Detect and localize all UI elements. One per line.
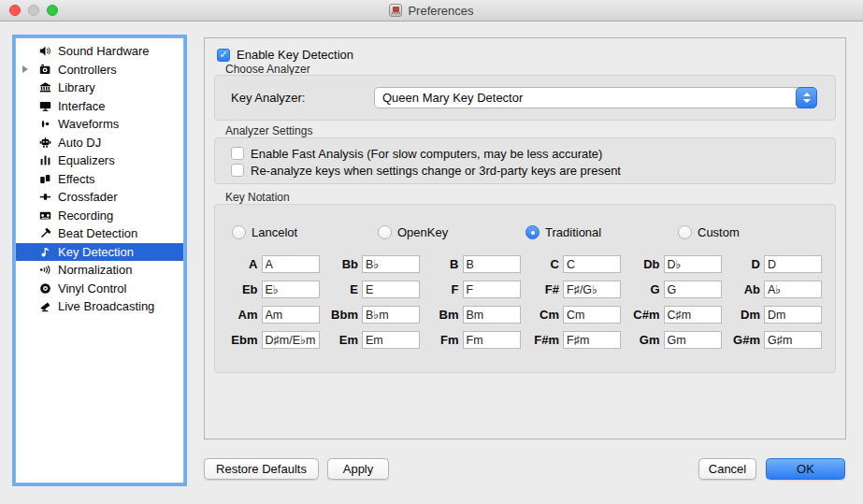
- sidebar-item-beat-detection[interactable]: Beat Detection: [16, 224, 183, 243]
- choose-analyzer-title: Choose Analyzer: [225, 63, 310, 76]
- key-cell-Bb: Bb: [325, 255, 426, 273]
- sidebar-item-waveforms[interactable]: Waveforms: [16, 115, 183, 134]
- sidebar-item-library[interactable]: Library: [16, 79, 183, 97]
- radio-label: Traditional: [545, 225, 601, 239]
- enable-key-detection-checkbox[interactable]: [217, 49, 230, 62]
- key-label: G#m: [733, 333, 760, 347]
- key-notation-grid: ABbBCDbDEbEFF#GAbAmBbmBmCmC#mDmEbmEmFmF#…: [224, 255, 827, 349]
- key-notation-input-Ebm[interactable]: [262, 331, 320, 349]
- key-notation-input-C#m[interactable]: [664, 306, 722, 324]
- choose-analyzer-group: Key Analyzer: Queen Mary Key Detector: [214, 75, 836, 121]
- effects-icon: [37, 173, 52, 185]
- sidebar-item-equalizers[interactable]: Equalizers: [16, 151, 183, 170]
- key-label: F#m: [534, 333, 559, 347]
- analyzer-setting-checkbox[interactable]: [231, 147, 244, 160]
- analyzer-setting-row[interactable]: Enable Fast Analysis (For slow computers…: [231, 145, 835, 162]
- key-notation-group: LancelotOpenKeyTraditionalCustom ABbBCDb…: [214, 204, 836, 373]
- radio-label: OpenKey: [397, 225, 448, 239]
- key-cell-A: A: [224, 255, 325, 273]
- key-notation-input-B[interactable]: [463, 255, 521, 273]
- app-icon: [389, 4, 402, 17]
- key-notation-input-Bm[interactable]: [463, 306, 521, 324]
- radio-button[interactable]: [378, 225, 392, 239]
- library-icon: [37, 81, 52, 94]
- satellite-icon: [37, 300, 52, 312]
- key-label: Bbm: [331, 308, 358, 322]
- key-notation-input-A[interactable]: [262, 255, 320, 273]
- analyzer-settings-group: Enable Fast Analysis (For slow computers…: [214, 137, 836, 184]
- notation-radio-custom[interactable]: Custom: [678, 225, 740, 239]
- key-notation-input-G[interactable]: [664, 281, 722, 298]
- analyzer-setting-row[interactable]: Re-analyze keys when settings change or …: [231, 162, 835, 179]
- hammer-icon: [37, 227, 52, 239]
- sidebar-item-label: Sound Hardware: [58, 44, 150, 58]
- sidebar-item-label: Interface: [58, 99, 106, 113]
- window-title: Preferences: [408, 4, 473, 18]
- notation-radio-openkey[interactable]: OpenKey: [378, 225, 448, 239]
- analyzer-setting-checkbox[interactable]: [231, 164, 244, 177]
- key-notation-input-C[interactable]: [563, 255, 621, 273]
- analyzer-setting-label: Re-analyze keys when settings change or …: [251, 164, 621, 178]
- key-cell-Db: Db: [626, 255, 727, 273]
- key-notation-input-Db[interactable]: [664, 255, 722, 273]
- key-notation-input-E[interactable]: [362, 281, 420, 298]
- cancel-button[interactable]: Cancel: [698, 458, 756, 480]
- key-notation-input-Bbm[interactable]: [362, 306, 420, 324]
- key-notation-input-Cm[interactable]: [563, 306, 621, 324]
- restore-defaults-button[interactable]: Restore Defaults: [204, 458, 319, 480]
- key-label: A: [249, 257, 257, 271]
- sidebar-item-effects[interactable]: Effects: [16, 170, 183, 189]
- sidebar-item-controllers[interactable]: Controllers: [16, 61, 183, 79]
- radio-button[interactable]: [678, 225, 692, 239]
- sidebar-item-live-broadcasting[interactable]: Live Broadcasting: [16, 297, 183, 316]
- key-notation-input-F[interactable]: [463, 281, 521, 298]
- key-cell-Ab: Ab: [727, 281, 828, 298]
- key-notation-input-Em[interactable]: [362, 331, 420, 349]
- enable-key-detection-row[interactable]: Enable Key Detection: [217, 48, 353, 62]
- key-notation-input-Gm[interactable]: [664, 331, 722, 349]
- sidebar-item-label: Vinyl Control: [58, 281, 126, 295]
- key-notation-input-F#m[interactable]: [563, 331, 621, 349]
- sidebar-item-label: Library: [58, 80, 95, 94]
- notation-radio-traditional[interactable]: Traditional: [525, 225, 601, 239]
- sidebar-item-vinyl-control[interactable]: Vinyl Control: [16, 280, 183, 298]
- key-analyzer-dropdown[interactable]: Queen Mary Key Detector: [374, 87, 817, 108]
- controller-icon: [37, 64, 52, 76]
- key-notation-input-Dm[interactable]: [764, 306, 822, 324]
- key-notation-input-Am[interactable]: [262, 306, 320, 324]
- key-notation-input-F#[interactable]: [563, 281, 621, 298]
- sidebar-item-key-detection[interactable]: Key Detection: [16, 243, 183, 262]
- key-cell-C: C: [526, 255, 627, 273]
- key-cell-D: D: [727, 255, 828, 273]
- sidebar-item-normalization[interactable]: Normalization: [16, 261, 183, 280]
- key-notation-input-Fm[interactable]: [463, 331, 521, 349]
- key-notation-input-Bb[interactable]: [362, 255, 420, 273]
- key-label: Am: [238, 308, 258, 322]
- key-label: Ebm: [231, 333, 257, 347]
- key-label: Cm: [539, 308, 559, 322]
- radio-button[interactable]: [232, 225, 246, 239]
- key-label: D: [752, 257, 760, 271]
- sidebar-item-interface[interactable]: Interface: [16, 97, 183, 116]
- key-cell-G: G: [626, 281, 727, 298]
- key-cell-F: F: [425, 281, 526, 298]
- key-label: B: [450, 257, 458, 271]
- sidebar-item-recording[interactable]: Recording: [16, 207, 183, 225]
- notation-radio-lancelot[interactable]: Lancelot: [232, 225, 297, 239]
- sidebar-item-auto-dj[interactable]: Auto DJ: [16, 134, 183, 152]
- disclosure-triangle-icon[interactable]: [22, 65, 28, 73]
- sidebar-item-label: Key Detection: [58, 245, 134, 259]
- key-notation-input-Eb[interactable]: [262, 281, 320, 298]
- key-cell-Eb: Eb: [224, 281, 325, 298]
- key-notation-input-G#m[interactable]: [764, 331, 822, 349]
- sidebar-item-sound-hardware[interactable]: Sound Hardware: [16, 42, 183, 61]
- key-label: Eb: [242, 282, 258, 296]
- key-notation-input-D[interactable]: [764, 255, 822, 273]
- key-notation-input-Ab[interactable]: [764, 281, 822, 298]
- ok-button[interactable]: OK: [766, 458, 845, 480]
- apply-button[interactable]: Apply: [327, 458, 389, 480]
- key-cell-Em: Em: [325, 331, 426, 349]
- radio-button[interactable]: [525, 225, 539, 239]
- key-label: F#: [545, 282, 559, 296]
- sidebar-item-crossfader[interactable]: Crossfader: [16, 188, 183, 207]
